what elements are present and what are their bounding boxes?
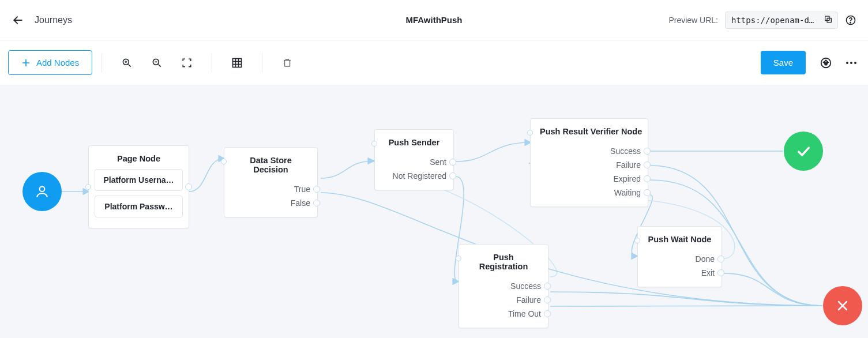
zoom-in-icon[interactable] bbox=[121, 57, 133, 69]
copy-icon[interactable] bbox=[824, 14, 833, 25]
breadcrumb[interactable]: Journeys bbox=[35, 15, 72, 25]
settings-icon[interactable] bbox=[820, 57, 832, 69]
svg-point-20 bbox=[40, 186, 45, 191]
back-arrow[interactable] bbox=[12, 14, 24, 27]
delete-icon[interactable] bbox=[281, 57, 294, 69]
fit-icon[interactable] bbox=[181, 57, 193, 69]
svg-line-8 bbox=[129, 64, 131, 66]
divider bbox=[102, 53, 102, 73]
more-menu-icon[interactable] bbox=[846, 62, 856, 64]
outcome-failure[interactable]: Failure bbox=[466, 293, 541, 307]
divider bbox=[262, 53, 262, 73]
journey-title: MFAwithPush bbox=[405, 15, 462, 25]
start-node[interactable] bbox=[22, 172, 62, 211]
add-nodes-button[interactable]: Add Nodes bbox=[8, 50, 92, 75]
add-nodes-label: Add Nodes bbox=[36, 58, 79, 67]
node-data-store[interactable]: Data Store Decision True False bbox=[224, 147, 318, 217]
outcome-false[interactable]: False bbox=[231, 196, 310, 210]
node-page[interactable]: Page Node Platform Userna… Platform Pass… bbox=[88, 145, 189, 228]
node-title: Push Result Verifier Node bbox=[531, 119, 648, 142]
outcome-not-registered[interactable]: Not Registered bbox=[382, 169, 446, 183]
node-push-wait[interactable]: Push Wait Node Done Exit bbox=[637, 226, 722, 287]
preview-url-field[interactable]: https://openam-docs… bbox=[725, 12, 838, 29]
outcome-failure[interactable]: Failure bbox=[538, 158, 641, 172]
outcome-expired[interactable]: Expired bbox=[538, 172, 641, 186]
node-title: Push Registration bbox=[459, 245, 548, 277]
zoom-out-icon[interactable] bbox=[151, 57, 163, 69]
grid-icon[interactable] bbox=[231, 57, 243, 69]
outcome-exit[interactable]: Exit bbox=[645, 266, 715, 280]
node-verifier[interactable]: Push Result Verifier Node Success Failur… bbox=[530, 118, 648, 207]
subnode-password[interactable]: Platform Passw… bbox=[95, 196, 183, 217]
node-title: Data Store Decision bbox=[224, 148, 317, 180]
svg-rect-14 bbox=[233, 58, 242, 67]
preview-url-label: Preview URL: bbox=[668, 16, 718, 25]
success-node[interactable] bbox=[784, 132, 823, 171]
preview-url-text: https://openam-docs… bbox=[731, 16, 829, 25]
outcome-waiting[interactable]: Waiting bbox=[538, 186, 641, 200]
failure-node[interactable] bbox=[823, 286, 862, 325]
divider bbox=[212, 53, 212, 73]
svg-line-12 bbox=[159, 64, 161, 66]
subnode-username[interactable]: Platform Userna… bbox=[95, 169, 183, 191]
outcome-true[interactable]: True bbox=[231, 182, 310, 196]
node-title: Push Wait Node bbox=[638, 227, 722, 250]
outcome-success[interactable]: Success bbox=[466, 279, 541, 293]
node-push-sender[interactable]: Push Sender Sent Not Registered bbox=[374, 129, 454, 190]
flow-canvas[interactable]: Page Node Platform Userna… Platform Pass… bbox=[0, 85, 868, 338]
save-button[interactable]: Save bbox=[761, 51, 806, 74]
node-title: Page Node bbox=[89, 146, 189, 169]
svg-point-4 bbox=[850, 22, 851, 22]
outcome-timeout[interactable]: Time Out bbox=[466, 307, 541, 321]
help-icon[interactable] bbox=[845, 14, 856, 26]
outcome-sent[interactable]: Sent bbox=[382, 155, 446, 169]
outcome-success[interactable]: Success bbox=[538, 144, 641, 158]
node-title: Push Sender bbox=[375, 130, 453, 153]
outcome-done[interactable]: Done bbox=[645, 252, 715, 266]
node-push-registration[interactable]: Push Registration Success Failure Time O… bbox=[459, 244, 548, 328]
